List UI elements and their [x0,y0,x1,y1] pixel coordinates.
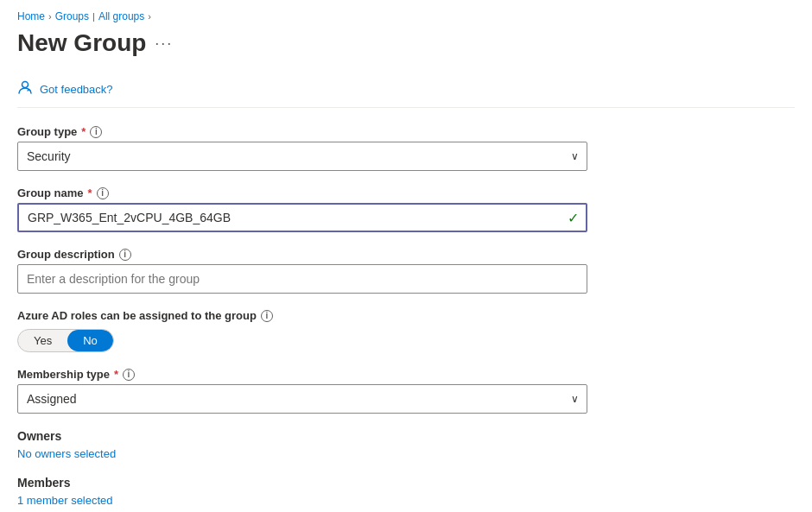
group-type-required: * [81,125,86,138]
new-group-form: Group type * i Security Microsoft 365 ∨ … [17,125,587,507]
group-description-input[interactable] [17,264,587,294]
svg-point-0 [22,82,29,88]
group-type-field: Group type * i Security Microsoft 365 ∨ [17,125,587,171]
membership-type-select[interactable]: Assigned Dynamic User Dynamic Device [17,384,587,414]
breadcrumb-sep-3: › [148,11,151,22]
membership-type-info-icon[interactable]: i [123,369,135,381]
group-name-field: Group name * i ✓ [17,186,587,232]
members-section: Members 1 member selected [17,476,587,507]
feedback-bar[interactable]: Got feedback? [17,71,795,108]
membership-type-field: Membership type * i Assigned Dynamic Use… [17,368,587,414]
azure-ad-roles-info-icon[interactable]: i [261,310,273,322]
membership-type-label: Membership type * i [17,368,587,381]
azure-ad-roles-section: Azure AD roles can be assigned to the gr… [17,309,587,352]
breadcrumb-groups[interactable]: Groups [55,10,89,22]
feedback-person-icon [17,79,33,98]
breadcrumb-sep-1: › [48,11,52,22]
group-name-info-icon[interactable]: i [97,187,109,199]
group-description-input-wrapper [17,264,587,294]
breadcrumb-home[interactable]: Home [17,10,45,22]
owners-link[interactable]: No owners selected [17,447,116,460]
group-type-label: Group type * i [17,125,587,138]
owners-title: Owners [17,429,587,443]
feedback-label: Got feedback? [40,83,113,96]
breadcrumb: Home › Groups | All groups › [17,10,795,22]
group-type-select[interactable]: Security Microsoft 365 [17,142,587,171]
group-type-info-icon[interactable]: i [90,126,102,138]
group-name-input-wrapper: ✓ [17,203,587,232]
owners-section: Owners No owners selected [17,429,587,460]
breadcrumb-all-groups[interactable]: All groups [98,10,144,22]
group-name-check-icon: ✓ [568,210,579,226]
page-title: New Group [17,29,146,57]
group-name-required: * [88,186,92,199]
toggle-yes-button[interactable]: Yes [18,330,67,351]
breadcrumb-sep-2: | [92,11,95,22]
members-title: Members [17,476,587,490]
page-header: New Group ··· [17,29,795,57]
membership-type-select-wrapper: Assigned Dynamic User Dynamic Device ∨ [17,384,587,414]
group-name-input[interactable] [17,203,587,232]
group-type-select-wrapper: Security Microsoft 365 ∨ [17,142,587,171]
group-description-info-icon[interactable]: i [119,249,131,261]
azure-ad-roles-label: Azure AD roles can be assigned to the gr… [17,309,587,322]
group-name-label: Group name * i [17,186,587,199]
azure-ad-roles-toggle: Yes No [17,329,114,352]
group-description-field: Group description i [17,248,587,294]
more-options-icon[interactable]: ··· [155,35,173,53]
group-description-label: Group description i [17,248,587,261]
toggle-no-button[interactable]: No [67,330,113,351]
members-link[interactable]: 1 member selected [17,494,113,507]
membership-type-required: * [114,368,118,381]
